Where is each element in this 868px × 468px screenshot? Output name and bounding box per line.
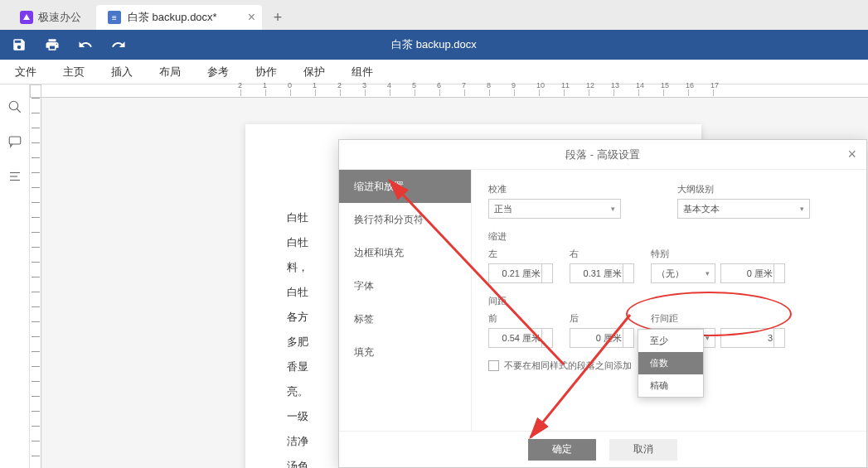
app-logo-icon (20, 11, 33, 24)
indent-special-label: 特别 (651, 248, 785, 260)
outline-select[interactable]: 基本文本 (677, 199, 810, 219)
headings-icon[interactable] (7, 169, 22, 184)
print-icon[interactable] (45, 37, 60, 52)
spacing-before-input[interactable]: 0.54 厘米▴▾ (488, 328, 553, 348)
app-name: 极速办公 (38, 10, 81, 25)
dialog-nav-item-0[interactable]: 缩进和放置 (339, 170, 471, 203)
indent-right-label: 右 (570, 248, 634, 260)
dialog-nav-item-1[interactable]: 换行符和分页符 (339, 203, 471, 236)
window-title: 白茶 backup.docx (391, 37, 477, 52)
redo-icon[interactable] (111, 37, 126, 52)
indent-left-input[interactable]: 0.21 厘米▴▾ (488, 263, 553, 283)
vertical-ruler[interactable] (30, 98, 41, 468)
ruler-corner (30, 84, 41, 98)
side-toolbar (0, 84, 30, 468)
alignment-select[interactable]: 正当 (488, 199, 621, 219)
document-tab[interactable]: ≡ 白茶 backup.docx* × (96, 5, 262, 30)
cancel-button[interactable]: 取消 (609, 439, 677, 461)
spacing-after-label: 后 (570, 312, 634, 325)
doc-icon: ≡ (108, 11, 121, 24)
alignment-label: 校准 (488, 183, 661, 195)
line-spacing-label: 行间距 (651, 312, 785, 325)
comment-icon[interactable] (7, 134, 22, 149)
menu-insert[interactable]: 插入 (106, 63, 138, 81)
dialog-close-button[interactable]: × (847, 146, 856, 163)
svg-line-1 (17, 109, 21, 113)
menu-home[interactable]: 主页 (58, 63, 90, 81)
dialog-title: 段落 - 高级设置 (565, 147, 640, 162)
indent-special-by[interactable]: 0 厘米▴▾ (720, 263, 785, 283)
indent-left-label: 左 (488, 248, 553, 260)
dialog-title-bar[interactable]: 段落 - 高级设置 × (339, 140, 866, 170)
indent-section: 缩进 (488, 230, 850, 243)
dialog-nav-item-2[interactable]: 边框和填充 (339, 236, 471, 269)
menu-protect[interactable]: 保护 (298, 63, 330, 81)
outline-label: 大纲级别 (677, 183, 850, 195)
menu-collab[interactable]: 协作 (250, 63, 282, 81)
menu-reference[interactable]: 参考 (202, 63, 234, 81)
dropdown-option-0[interactable]: 至少 (638, 330, 703, 352)
checkbox-label: 不要在相同样式的段落之间添加 (504, 359, 632, 372)
menu-bar: 文件 主页 插入 布局 参考 协作 保护 组件 (0, 60, 868, 84)
menu-layout[interactable]: 布局 (154, 63, 186, 81)
spacing-before-label: 前 (488, 312, 553, 325)
tab-bar: 极速办公 ≡ 白茶 backup.docx* × + (0, 0, 868, 30)
dropdown-option-1[interactable]: 倍数 (638, 352, 703, 374)
save-icon[interactable] (12, 37, 27, 52)
ok-button[interactable]: 确定 (528, 439, 596, 461)
paragraph-dialog: 段落 - 高级设置 × 缩进和放置换行符和分页符边框和填充字体标签填充 校准 正… (338, 139, 867, 468)
dialog-nav-item-5[interactable]: 填充 (339, 335, 471, 369)
svg-point-0 (9, 101, 18, 110)
search-icon[interactable] (7, 99, 22, 114)
add-tab-button[interactable]: + (265, 5, 290, 30)
line-spacing-at[interactable]: 3▴▾ (720, 328, 785, 348)
dialog-nav-item-3[interactable]: 字体 (339, 269, 471, 302)
horizontal-ruler[interactable]: 2101234567891011121314151617 (41, 84, 868, 98)
indent-special-select[interactable]: （无） (651, 263, 715, 283)
close-tab-button[interactable]: × (248, 10, 255, 25)
doc-tab-title: 白茶 backup.docx* (128, 10, 217, 25)
undo-icon[interactable] (78, 37, 93, 52)
spacing-after-input[interactable]: 0 厘米▴▾ (570, 328, 634, 348)
menu-components[interactable]: 组件 (347, 63, 378, 81)
indent-right-input[interactable]: 0.31 厘米▴▾ (570, 263, 634, 283)
menu-file[interactable]: 文件 (10, 63, 41, 81)
checkbox-icon[interactable] (488, 360, 499, 371)
quick-access-toolbar: 白茶 backup.docx (0, 30, 868, 60)
line-spacing-dropdown[interactable]: 至少倍数精确 (638, 329, 704, 398)
app-tab[interactable]: 极速办公 (8, 5, 93, 30)
dialog-footer: 确定 取消 (339, 431, 866, 467)
svg-rect-2 (9, 137, 21, 144)
spacing-section: 间距 (488, 295, 850, 307)
dialog-nav: 缩进和放置换行符和分页符边框和填充字体标签填充 (339, 170, 472, 431)
dialog-nav-item-4[interactable]: 标签 (339, 302, 471, 335)
dropdown-option-2[interactable]: 精确 (638, 374, 703, 397)
